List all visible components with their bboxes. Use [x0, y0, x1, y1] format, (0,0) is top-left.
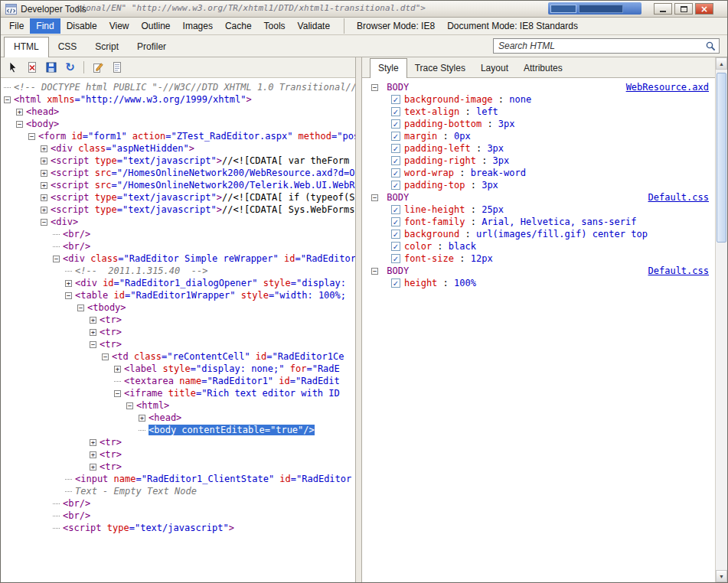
- document-icon[interactable]: [108, 60, 126, 76]
- collapse-icon[interactable]: −: [102, 353, 109, 360]
- scroll-up-icon[interactable]: ▲: [716, 57, 727, 70]
- property-checkbox[interactable]: ✓: [391, 168, 400, 178]
- collapse-icon[interactable]: −: [53, 256, 60, 262]
- tree-row[interactable]: <br/>: [4, 228, 355, 240]
- stylesheet-link[interactable]: Default.css: [648, 265, 709, 276]
- collapse-icon[interactable]: −: [16, 121, 23, 128]
- tab-layout[interactable]: Layout: [473, 59, 516, 77]
- tree-row[interactable]: +<label style="display: none;" for="RadE: [4, 363, 355, 375]
- property-checkbox[interactable]: ✓: [391, 217, 400, 226]
- tree-row[interactable]: +<tr>: [4, 461, 355, 473]
- menu-item-disable[interactable]: Disable: [60, 18, 103, 34]
- tree-row[interactable]: <textarea name="RadEditor1" id="RadEdit: [4, 375, 355, 387]
- style-rule-header[interactable]: − BODYDefault.css: [362, 265, 715, 277]
- collapse-icon[interactable]: −: [41, 219, 47, 226]
- tree-row[interactable]: +<tr>: [4, 436, 355, 448]
- collapse-icon[interactable]: −: [371, 84, 378, 91]
- collapse-icon[interactable]: −: [114, 390, 121, 397]
- tab-profiler[interactable]: Profiler: [128, 37, 175, 57]
- search-icon[interactable]: [705, 41, 717, 52]
- expand-icon[interactable]: +: [90, 451, 96, 458]
- expand-icon[interactable]: +: [90, 317, 96, 324]
- menu-item-validate[interactable]: Validate: [292, 18, 336, 34]
- maximize-button[interactable]: [674, 3, 693, 15]
- collapse-icon[interactable]: −: [4, 96, 11, 103]
- tree-row[interactable]: −<table id="RadEditor1Wrapper" style="wi…: [4, 289, 355, 301]
- tree-row[interactable]: <input name="RadEditor1_ClientState" id=…: [4, 473, 355, 485]
- tree-row[interactable]: −<div>: [4, 216, 355, 228]
- tree-row[interactable]: −<form id="form1" action="ZTest_RadEdito…: [4, 130, 355, 142]
- menu-item-file[interactable]: File: [3, 18, 30, 34]
- expand-icon[interactable]: +: [90, 329, 96, 336]
- menu-item-outline[interactable]: Outline: [135, 18, 177, 34]
- expand-icon[interactable]: +: [41, 158, 47, 164]
- tree-row[interactable]: <script type="text/javascript">: [4, 522, 355, 534]
- tree-row[interactable]: <!-- 2011.1.315.40 -->: [4, 265, 355, 277]
- expand-icon[interactable]: +: [41, 207, 47, 213]
- menu-item-cache[interactable]: Cache: [219, 18, 258, 34]
- tree-row[interactable]: +<script src="/HomesOnlineNetwork200/Tel…: [4, 179, 355, 191]
- property-checkbox[interactable]: ✓: [391, 205, 400, 214]
- save-icon[interactable]: [42, 60, 60, 76]
- tree-row[interactable]: +<head>: [4, 412, 355, 424]
- expand-icon[interactable]: +: [90, 439, 96, 446]
- property-checkbox[interactable]: ✓: [391, 144, 400, 153]
- collapse-icon[interactable]: −: [126, 402, 133, 409]
- tab-trace-styles[interactable]: Trace Styles: [407, 59, 473, 77]
- tree-row[interactable]: +<div class="aspNetHidden">: [4, 142, 355, 155]
- expand-icon[interactable]: +: [41, 182, 47, 189]
- pane-splitter[interactable]: [355, 57, 362, 582]
- refresh-icon[interactable]: ↻: [61, 60, 79, 76]
- collapse-icon[interactable]: −: [28, 133, 35, 140]
- collapse-icon[interactable]: −: [371, 268, 378, 275]
- tree-row[interactable]: +<tr>: [4, 326, 355, 338]
- property-checkbox[interactable]: ✓: [391, 254, 400, 263]
- property-checkbox[interactable]: ✓: [391, 107, 400, 116]
- tree-row[interactable]: <body contentEditable="true"/>: [4, 424, 355, 436]
- tree-row[interactable]: +<div id="RadEditor1_dialogOpener" style…: [4, 277, 355, 289]
- tree-row[interactable]: +<tr>: [4, 314, 355, 326]
- tree-row[interactable]: −<div class="RadEditor Simple reWrapper"…: [4, 252, 355, 265]
- expand-icon[interactable]: +: [16, 109, 23, 116]
- property-checkbox[interactable]: ✓: [391, 230, 400, 239]
- property-checkbox[interactable]: ✓: [391, 132, 400, 141]
- tree-row[interactable]: −<tbody>: [4, 301, 355, 314]
- tree-row[interactable]: +<tr>: [4, 448, 355, 461]
- tree-row[interactable]: −<td class="reContentCell" id="RadEditor…: [4, 350, 355, 363]
- tree-row[interactable]: −<iframe title="Rich text editor with ID: [4, 387, 355, 399]
- expand-icon[interactable]: +: [41, 145, 47, 152]
- title-bar[interactable]: tional/EN" "http://www.w3.org/TR/xhtml1/…: [1, 1, 727, 18]
- tree-row[interactable]: <br/>: [4, 497, 355, 510]
- menu-item-find[interactable]: Find: [30, 18, 60, 34]
- property-checkbox[interactable]: ✓: [391, 181, 400, 190]
- property-checkbox[interactable]: ✓: [391, 95, 400, 104]
- tree-row[interactable]: +<script type="text/javascript">//<![CDA…: [4, 155, 355, 167]
- search-input[interactable]: [494, 39, 705, 53]
- pointer-icon[interactable]: [4, 60, 21, 76]
- tab-css[interactable]: CSS: [49, 37, 87, 57]
- close-button[interactable]: ×: [695, 3, 713, 15]
- scrollbar-thumb[interactable]: [717, 73, 726, 243]
- vertical-scrollbar[interactable]: ▲ ▼: [715, 57, 727, 582]
- tree-row[interactable]: <!-- DOCTYPE html PUBLIC "-//W3C//DTD XH…: [4, 81, 355, 93]
- menu-item-view[interactable]: View: [103, 18, 135, 34]
- tree-row[interactable]: −<tr>: [4, 338, 355, 350]
- property-checkbox[interactable]: ✓: [391, 156, 400, 165]
- collapse-icon[interactable]: −: [65, 292, 72, 299]
- menu-item-tools[interactable]: Tools: [258, 18, 292, 34]
- expand-icon[interactable]: +: [41, 194, 47, 201]
- collapse-icon[interactable]: −: [90, 341, 96, 348]
- menu-item-images[interactable]: Images: [177, 18, 219, 34]
- tab-html[interactable]: HTML: [4, 37, 49, 57]
- expand-icon[interactable]: +: [139, 415, 145, 422]
- tree-row[interactable]: Text - Empty Text Node: [4, 485, 355, 497]
- tab-script[interactable]: Script: [86, 37, 128, 57]
- property-checkbox[interactable]: ✓: [391, 119, 400, 129]
- tree-row[interactable]: <br/>: [4, 510, 355, 522]
- expand-icon[interactable]: +: [41, 170, 47, 177]
- expand-icon[interactable]: +: [114, 366, 121, 373]
- expand-icon[interactable]: +: [90, 464, 96, 471]
- stylesheet-link[interactable]: WebResource.axd: [626, 82, 709, 93]
- edit-icon[interactable]: [89, 60, 106, 76]
- expand-icon[interactable]: +: [65, 280, 72, 287]
